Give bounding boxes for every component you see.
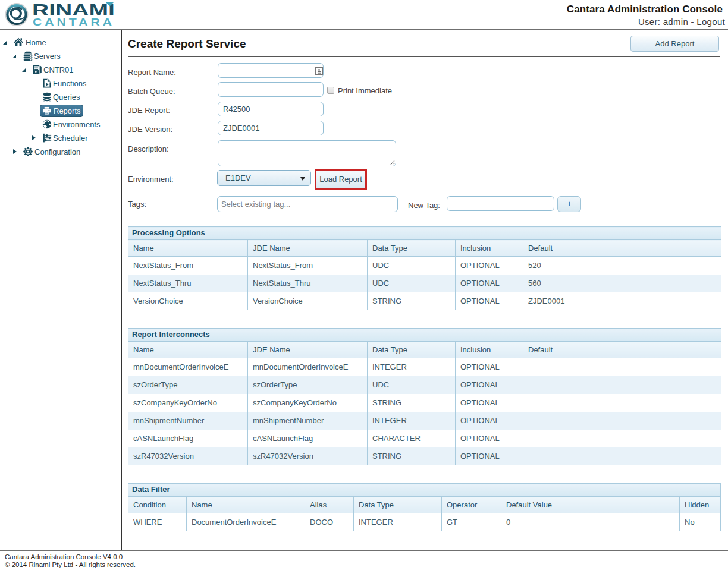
svg-text:CANTARA: CANTARA [33,17,115,28]
